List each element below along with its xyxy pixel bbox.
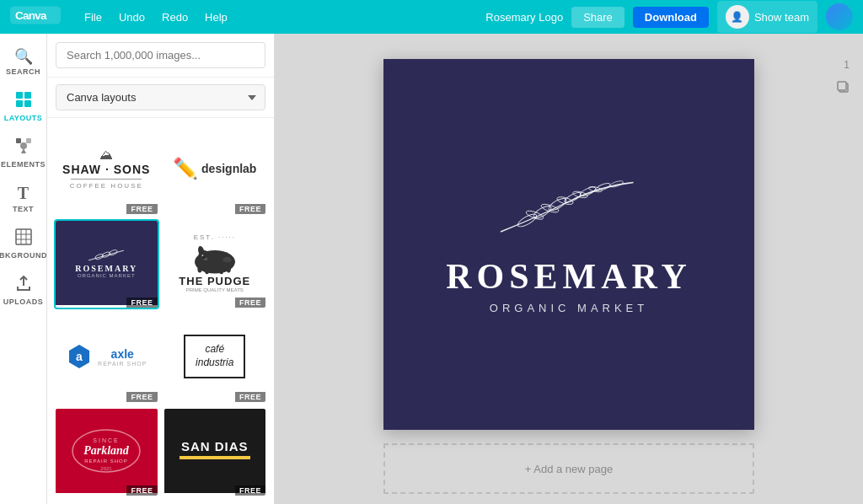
layout-pudge[interactable]: EST. ····· THE PUDGE bbox=[163, 219, 268, 310]
user-avatar[interactable] bbox=[826, 3, 853, 30]
team-avatar: 👤 bbox=[726, 5, 749, 29]
sidebar-item-elements[interactable]: ELEMENTS bbox=[2, 131, 46, 175]
svg-text:Parkland: Parkland bbox=[83, 444, 130, 457]
free-badge: FREE bbox=[126, 485, 157, 496]
svg-rect-2 bbox=[16, 92, 23, 99]
download-button[interactable]: Download bbox=[633, 7, 709, 28]
uploads-icon bbox=[15, 275, 32, 296]
free-badge: FREE bbox=[126, 392, 157, 402]
sandias-name-text: SAN DIAS bbox=[181, 439, 249, 453]
rosemary-sprig-small-icon bbox=[85, 247, 127, 264]
free-badge: FREE bbox=[235, 485, 265, 496]
share-button[interactable]: Share bbox=[571, 7, 624, 28]
free-badge: FREE bbox=[235, 204, 265, 214]
axle-sub-text: REPAIR SHOP bbox=[98, 361, 147, 367]
search-input[interactable] bbox=[56, 42, 265, 68]
sidebar-item-layouts[interactable]: LAYOUTS bbox=[2, 84, 46, 129]
pudge-pig-icon bbox=[190, 241, 240, 275]
svg-point-44 bbox=[595, 181, 611, 192]
svg-point-41 bbox=[547, 196, 568, 212]
svg-point-47 bbox=[540, 202, 560, 214]
redo-menu[interactable]: Redo bbox=[155, 8, 195, 27]
layout-rosemary[interactable]: ROSEMARY ORGANIC MARKET FREE bbox=[54, 219, 159, 310]
pudge-sub-text: PRIME QUALITY MEATS bbox=[186, 287, 244, 292]
free-badge: FREE bbox=[235, 392, 265, 402]
canvas-area: 1 bbox=[275, 34, 863, 504]
sidebar-search-area bbox=[47, 34, 274, 78]
svg-point-23 bbox=[197, 265, 201, 273]
axle-name-text: axle bbox=[98, 347, 147, 361]
search-icon: 🔍 bbox=[14, 47, 33, 66]
svg-point-22 bbox=[222, 256, 231, 262]
canvas-subtitle: ORGANIC MARKET bbox=[490, 302, 648, 314]
svg-point-26 bbox=[226, 265, 230, 273]
text-label: TEXT bbox=[13, 205, 34, 213]
top-navigation: Canva File Undo Redo Help Rosemary Logo … bbox=[0, 0, 863, 34]
svg-line-15 bbox=[88, 250, 124, 260]
elements-label: ELEMENTS bbox=[1, 160, 46, 169]
layout-parkland[interactable]: SINCE Parkland REPAIR SHOP 2021 FREE bbox=[54, 407, 159, 498]
layout-cafe[interactable]: caféindustria FREE bbox=[163, 313, 268, 404]
shaw-divider bbox=[71, 179, 142, 180]
help-menu[interactable]: Help bbox=[198, 8, 234, 27]
layout-sandias[interactable]: SAN DIAS FREE bbox=[163, 407, 268, 498]
uploads-label: UPLOADS bbox=[3, 298, 44, 306]
svg-point-6 bbox=[20, 142, 27, 149]
cafe-name-text: caféindustria bbox=[196, 343, 233, 369]
svg-marker-9 bbox=[21, 148, 26, 153]
layout-shaw[interactable]: ⛰ SHAW · SONS COFFEE HOUSE FREE bbox=[54, 125, 159, 216]
undo-menu[interactable]: Undo bbox=[112, 8, 152, 27]
layouts-dropdown[interactable]: Canva layouts My layouts Team layouts bbox=[56, 84, 265, 110]
free-badge: FREE bbox=[126, 298, 157, 308]
search-label: SEARCH bbox=[6, 67, 40, 76]
svg-rect-10 bbox=[16, 229, 31, 244]
svg-rect-5 bbox=[24, 100, 31, 107]
rosemary-sprig-icon bbox=[493, 175, 645, 243]
designlab-text: designlab bbox=[201, 162, 256, 175]
svg-rect-7 bbox=[16, 138, 21, 143]
layouts-label: LAYOUTS bbox=[4, 114, 43, 122]
page-number: 1 bbox=[844, 59, 850, 71]
parkland-badge-icon: SINCE Parkland REPAIR SHOP 2021 bbox=[68, 426, 144, 476]
design-canvas[interactable]: ROSEMARY ORGANIC MARKET bbox=[383, 59, 754, 430]
sidebar-icons: 🔍 SEARCH LAYOUTS bbox=[0, 34, 47, 504]
svg-text:REPAIR SHOP: REPAIR SHOP bbox=[84, 458, 128, 464]
svg-rect-4 bbox=[16, 100, 23, 107]
pudge-est: EST. ····· bbox=[194, 233, 236, 241]
text-icon: T bbox=[18, 184, 29, 203]
svg-text:a: a bbox=[76, 350, 83, 363]
layouts-icon bbox=[15, 91, 32, 112]
svg-text:Canva: Canva bbox=[15, 8, 47, 21]
layout-designlab[interactable]: ✏️ designlab FREE bbox=[163, 125, 268, 216]
copy-icon[interactable] bbox=[836, 80, 850, 96]
canvas-title: ROSEMARY bbox=[446, 256, 692, 297]
svg-text:SINCE: SINCE bbox=[94, 437, 120, 443]
sandias-bar bbox=[180, 456, 250, 459]
svg-point-45 bbox=[609, 180, 624, 188]
sidebar-item-uploads[interactable]: UPLOADS bbox=[2, 268, 46, 313]
main-body: 🔍 SEARCH LAYOUTS bbox=[0, 34, 863, 504]
svg-point-29 bbox=[201, 255, 203, 256]
layouts-dropdown-bar: Canva layouts My layouts Team layouts bbox=[47, 78, 274, 118]
layout-axle[interactable]: a axle REPAIR SHOP FREE bbox=[54, 313, 159, 404]
show-team-button[interactable]: 👤 Show team bbox=[717, 1, 817, 33]
sidebar-item-search[interactable]: 🔍 SEARCH bbox=[2, 40, 46, 83]
svg-rect-8 bbox=[26, 138, 31, 143]
svg-text:2021: 2021 bbox=[101, 466, 113, 471]
rosemary-small-title: ROSEMARY bbox=[75, 264, 137, 273]
pudge-name-text: THE PUDGE bbox=[179, 275, 250, 287]
svg-rect-3 bbox=[24, 92, 31, 99]
svg-point-25 bbox=[219, 266, 223, 274]
rosemary-small-sub: ORGANIC MARKET bbox=[78, 273, 136, 278]
cafe-border-box: caféindustria bbox=[184, 335, 245, 378]
nav-right: Rosemary Logo Share Download 👤 Show team bbox=[485, 1, 853, 33]
file-menu[interactable]: File bbox=[78, 8, 109, 27]
bkground-label: BKGROUND bbox=[0, 251, 47, 260]
sidebar-item-background[interactable]: BKGROUND bbox=[2, 222, 46, 266]
nav-menu: File Undo Redo Help bbox=[78, 8, 234, 27]
shaw-sub-text: COFFEE HOUSE bbox=[70, 182, 143, 190]
sidebar-item-text[interactable]: T TEXT bbox=[2, 177, 46, 220]
canva-logo: Canva bbox=[10, 6, 61, 29]
add-page-button[interactable]: + Add a new page bbox=[383, 443, 754, 494]
svg-point-24 bbox=[205, 266, 209, 274]
